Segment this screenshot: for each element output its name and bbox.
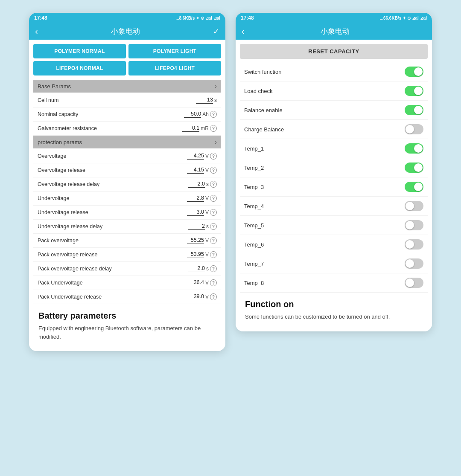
temp4-label: Temp_4 [244,203,264,209]
pack-undervoltage-release-row: Pack Undervoltage release 39.0 V ? [33,290,221,304]
reset-capacity-button[interactable]: RESET CAPACITY [240,44,428,59]
undervoltage-release-delay-help[interactable]: ? [210,223,217,230]
right-top-bar: ‹ 小象电动 [236,23,432,40]
overvoltage-release-label: Overvoltage release [38,167,187,173]
switch-function-label: Switch function [244,69,281,75]
temp4-toggle[interactable] [405,201,423,211]
temp8-label: Temp_8 [244,280,264,286]
pack-overvoltage-label: Pack overvoltage [38,238,187,244]
pack-overvoltage-release-help[interactable]: ? [210,251,217,258]
undervoltage-help[interactable]: ? [210,195,217,202]
temp5-toggle[interactable] [405,220,423,230]
left-back-button[interactable]: ‹ [35,26,38,36]
left-time: 17:48 [34,15,47,21]
temp8-toggle[interactable] [405,278,423,288]
base-params-chevron: › [215,83,217,90]
pack-overvoltage-row: Pack overvoltage 55.25 V ? [33,234,221,248]
left-scroll-area[interactable]: Base Params › Cell num 13 s Nominal capa… [33,80,221,304]
right-status-icons: ...66.6KB/s ✦ ⊙ ⊿al ⊿al [380,16,427,20]
pack-overvoltage-release-label: Pack overvoltage release [38,252,187,258]
left-caption: Battery parameters Equipped with enginee… [33,304,221,347]
load-check-toggle[interactable] [405,86,423,96]
temp2-row: Temp_2 [240,158,428,177]
temp6-label: Temp_6 [244,241,264,248]
cell-num-value: 13 s [196,97,217,104]
left-content: POLYMER NORMAL POLYMER LIGHT LIFEPO4 NOR… [29,40,225,351]
left-phone: 17:48 ...8.6KB/s ✦ ⊙ ⊿al ⊿al ‹ 小象电动 ✓ PO… [29,13,225,351]
polymer-normal-btn[interactable]: POLYMER NORMAL [33,44,126,58]
protection-params-header[interactable]: protection params › [33,136,221,148]
lifepo4-normal-btn[interactable]: LIFEPO4 NORMAL [33,61,126,75]
switch-function-row: Switch function [240,62,428,81]
temp3-toggle[interactable] [405,182,423,192]
left-status-bar: 17:48 ...8.6KB/s ✦ ⊙ ⊿al ⊿al [29,13,225,23]
overvoltage-release-help[interactable]: ? [210,167,217,174]
pack-overvoltage-help[interactable]: ? [210,237,217,244]
temp3-label: Temp_3 [244,184,264,190]
overvoltage-release-row: Overvoltage release 4.15 V ? [33,163,221,177]
right-scroll-area[interactable]: Switch function Load check Balance enabl… [240,62,428,293]
overvoltage-value: 4.25 V ? [187,153,217,160]
overvoltage-release-delay-row: Overvoltage release delay 2.0 s ? [33,177,221,192]
overvoltage-release-delay-help[interactable]: ? [210,181,217,188]
temp5-row: Temp_5 [240,216,428,235]
overvoltage-row: Overvoltage 4.25 V ? [33,149,221,163]
pack-undervoltage-release-help[interactable]: ? [210,293,217,300]
base-params-label: Base Params [38,83,71,90]
temp8-row: Temp_8 [240,273,428,293]
lifepo4-light-btn[interactable]: LIFEPO4 LIGHT [128,61,221,75]
left-check-icon[interactable]: ✓ [213,27,219,36]
mode-grid: POLYMER NORMAL POLYMER LIGHT LIFEPO4 NOR… [33,44,221,75]
undervoltage-row: Undervoltage 2.8 V ? [33,192,221,206]
right-phone: 17:48 ...66.6KB/s ✦ ⊙ ⊿al ⊿al ‹ 小象电动 RES… [236,13,432,331]
galvanometer-help[interactable]: ? [210,125,217,132]
polymer-light-btn[interactable]: POLYMER LIGHT [128,44,221,58]
charge-balance-toggle[interactable] [405,124,423,134]
temp7-label: Temp_7 [244,261,264,267]
balance-enable-toggle[interactable] [405,105,423,115]
right-app-title: 小象电动 [321,26,350,36]
protection-params-chevron: › [215,139,217,145]
pack-undervoltage-label: Pack Undervoltage [38,280,187,286]
balance-enable-label: Balance enable [244,107,283,113]
cell-num-row: Cell num 13 s [33,93,221,107]
cell-num-unit: s [214,97,217,103]
right-caption-body: Some functions can be customized to be t… [245,313,423,321]
pack-overvoltage-release-row: Pack overvoltage release 53.95 V ? [33,248,221,262]
temp1-label: Temp_1 [244,145,264,152]
temp2-toggle[interactable] [405,163,423,173]
nominal-capacity-help[interactable]: ? [210,111,217,118]
temp6-toggle[interactable] [405,239,423,250]
left-caption-body: Equipped with engineering Bluetooth soft… [38,324,216,341]
pack-overvoltage-release-delay-help[interactable]: ? [210,265,217,272]
temp1-toggle[interactable] [405,143,423,154]
switch-function-toggle[interactable] [405,67,423,77]
galvanometer-label: Galvanometer resistance [38,125,182,131]
overvoltage-release-delay-label: Overvoltage release delay [38,181,188,187]
undervoltage-release-delay-row: Undervoltage release delay 2 s ? [33,220,221,234]
undervoltage-release-help[interactable]: ? [210,209,217,216]
left-top-bar: ‹ 小象电动 ✓ [29,23,225,40]
left-caption-title: Battery parameters [38,311,216,321]
base-params-header[interactable]: Base Params › [33,80,221,93]
undervoltage-release-label: Undervoltage release [38,209,187,215]
pack-undervoltage-row: Pack Undervoltage 36.4 V ? [33,276,221,290]
protection-params-label: protection params [38,139,82,145]
right-content: RESET CAPACITY Switch function Load chec… [236,40,432,331]
overvoltage-help[interactable]: ? [210,153,217,160]
galvanometer-value: 0.1 mR ? [182,125,217,132]
left-status-icons: ...8.6KB/s ✦ ⊙ ⊿al ⊿al [175,16,220,20]
balance-enable-row: Balance enable [240,101,428,120]
temp4-row: Temp_4 [240,197,428,216]
temp6-row: Temp_6 [240,235,428,254]
nominal-capacity-label: Nominal capacity [38,111,184,117]
load-check-row: Load check [240,81,428,101]
pack-undervoltage-help[interactable]: ? [210,279,217,286]
galvanometer-row: Galvanometer resistance 0.1 mR ? [33,122,221,136]
temp7-row: Temp_7 [240,254,428,273]
temp7-toggle[interactable] [405,258,423,269]
nominal-capacity-val: 50.0 [184,111,201,118]
galvanometer-val: 0.1 [182,125,199,132]
right-back-button[interactable]: ‹ [242,26,245,36]
right-caption: Function on Some functions can be custom… [240,293,428,327]
